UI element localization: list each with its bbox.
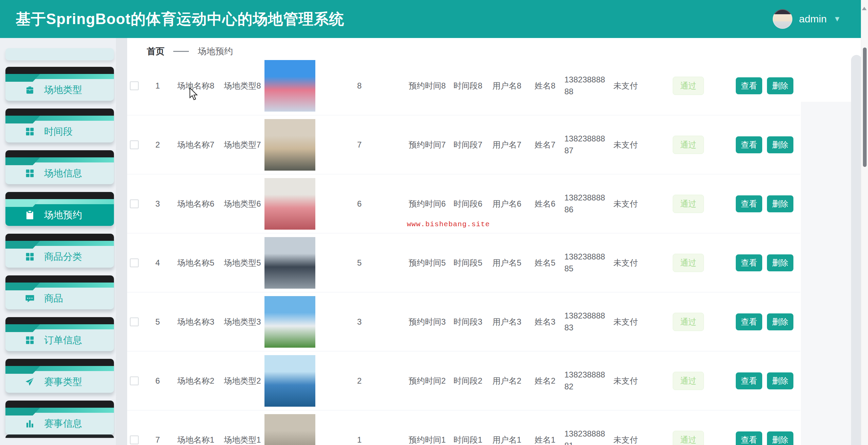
sidebar-item-product-category[interactable]: 商品分类 xyxy=(5,234,114,268)
cell-pay-status: 未支付 xyxy=(610,139,641,150)
menu-card-top-band xyxy=(5,234,114,241)
user-avatar[interactable] xyxy=(773,9,792,29)
approve-button[interactable]: 通过 xyxy=(673,77,704,95)
menu-card-top-band xyxy=(5,150,114,157)
row-checkbox[interactable] xyxy=(130,376,139,385)
cell-venue-name: 场地名称1 xyxy=(170,434,222,445)
sidebar-item-time-slot[interactable]: 时间段 xyxy=(5,109,114,142)
table-row: 6 场地名称2 场地类型2 2 预约时间2 时间段2 用户名2 姓名2 1382… xyxy=(127,351,800,410)
cell-pay-status: 未支付 xyxy=(610,434,641,445)
cell-index: 5 xyxy=(146,317,170,327)
cell-venue-type: 场地类型3 xyxy=(222,316,263,327)
cell-username: 用户名3 xyxy=(483,316,531,327)
approve-button[interactable]: 通过 xyxy=(673,372,704,390)
view-button[interactable]: 查看 xyxy=(736,77,762,94)
cell-venue-name: 场地名称7 xyxy=(170,139,222,150)
cell-time-slot: 时间段5 xyxy=(453,257,483,268)
cell-count: 1 xyxy=(317,435,402,445)
chevron-down-icon[interactable]: ▼ xyxy=(833,15,841,23)
row-checkbox[interactable] xyxy=(130,199,139,208)
venue-photo-3 xyxy=(264,296,315,348)
menu-card-top-band xyxy=(5,317,114,324)
row-checkbox[interactable] xyxy=(130,81,139,90)
cell-username: 用户名6 xyxy=(483,198,531,209)
menu-card-stripe xyxy=(5,408,114,413)
view-button[interactable]: 查看 xyxy=(736,431,762,445)
sidebar-scrollbar[interactable] xyxy=(116,38,127,445)
scrollbar-up-arrow-icon[interactable] xyxy=(862,7,867,10)
cell-phone: 13823888885 xyxy=(565,251,606,275)
delete-button[interactable]: 删除 xyxy=(767,431,793,445)
cell-venue-type: 场地类型8 xyxy=(222,80,263,91)
approve-button[interactable]: 通过 xyxy=(673,195,704,213)
grid-icon xyxy=(24,251,35,262)
sidebar-menu: 场地类型 时间段 场地信息 场地预约 商品分类 xyxy=(0,67,116,434)
table-row: 1 场地名称8 场地类型8 8 预约时间8 时间段8 用户名8 姓名8 1382… xyxy=(127,56,800,115)
watermark-text: www.bishebang.site xyxy=(407,220,490,228)
content-scrollbar[interactable] xyxy=(851,55,862,445)
cell-phone: 13823888882 xyxy=(565,369,606,393)
delete-button[interactable]: 删除 xyxy=(767,372,793,389)
menu-card-top-band xyxy=(5,401,114,408)
page-scrollbar-thumb[interactable] xyxy=(863,47,867,167)
venue-photo-8 xyxy=(264,60,315,112)
row-checkbox[interactable] xyxy=(130,258,139,267)
cell-index: 4 xyxy=(146,258,170,268)
breadcrumb-home[interactable]: 首页 xyxy=(147,45,164,57)
cell-time-slot: 时间段3 xyxy=(453,316,483,327)
view-button[interactable]: 查看 xyxy=(736,136,762,153)
delete-button[interactable]: 删除 xyxy=(767,77,793,94)
cell-phone: 13823888888 xyxy=(565,74,606,98)
cell-reserve-time: 预约时间6 xyxy=(402,198,453,209)
bar-chart-icon xyxy=(24,418,35,429)
breadcrumb-separator xyxy=(173,51,189,52)
chat-icon xyxy=(24,293,35,304)
view-button[interactable]: 查看 xyxy=(736,313,762,330)
sidebar-item-partial-top[interactable] xyxy=(5,48,114,60)
cell-phone: 13823888883 xyxy=(565,310,606,334)
view-button[interactable]: 查看 xyxy=(736,254,762,271)
approve-button[interactable]: 通过 xyxy=(673,254,704,272)
sidebar-item-venue-type[interactable]: 场地类型 xyxy=(5,67,114,101)
menu-card-top-band xyxy=(5,359,114,366)
menu-card-stripe xyxy=(5,324,114,329)
row-checkbox[interactable] xyxy=(130,140,139,149)
approve-button[interactable]: 通过 xyxy=(673,136,704,154)
user-name: admin xyxy=(799,13,827,25)
row-checkbox[interactable] xyxy=(130,317,139,326)
menu-card-top-band xyxy=(5,275,114,283)
delete-button[interactable]: 删除 xyxy=(767,313,793,330)
view-button[interactable]: 查看 xyxy=(736,195,762,212)
cell-pay-status: 未支付 xyxy=(610,316,641,327)
cell-index: 1 xyxy=(146,81,170,91)
cell-count: 3 xyxy=(317,317,402,327)
row-checkbox[interactable] xyxy=(130,436,139,444)
menu-card-stripe xyxy=(5,74,114,79)
clipboard-check-icon xyxy=(24,210,35,220)
delete-button[interactable]: 删除 xyxy=(767,254,793,271)
approve-button[interactable]: 通过 xyxy=(673,431,704,445)
sidebar-item-partial-bottom[interactable] xyxy=(5,434,114,438)
sidebar-item-product[interactable]: 商品 xyxy=(5,275,114,309)
venue-photo-1 xyxy=(264,414,315,445)
delete-button[interactable]: 删除 xyxy=(767,136,793,153)
sidebar-item-order-info[interactable]: 订单信息 xyxy=(5,317,114,351)
sidebar-item-event-info[interactable]: 赛事信息 xyxy=(5,401,114,434)
sidebar-item-event-type[interactable]: 赛事类型 xyxy=(5,359,114,393)
cell-real-name: 姓名2 xyxy=(531,375,559,386)
approve-button[interactable]: 通过 xyxy=(673,313,704,331)
menu-card-top-band xyxy=(5,109,114,116)
sidebar-item-venue-booking[interactable]: 场地预约 xyxy=(5,192,114,226)
breadcrumb: 首页 场地预约 xyxy=(147,45,233,57)
cell-pay-status: 未支付 xyxy=(610,80,641,91)
sidebar-item-venue-info[interactable]: 场地信息 xyxy=(5,150,114,184)
mouse-cursor xyxy=(189,88,198,102)
view-button[interactable]: 查看 xyxy=(736,372,762,389)
cell-count: 7 xyxy=(317,140,402,150)
user-menu[interactable]: admin ▼ xyxy=(773,0,841,38)
briefcase-icon xyxy=(24,84,35,95)
cell-venue-type: 场地类型1 xyxy=(222,434,263,445)
delete-button[interactable]: 删除 xyxy=(767,195,793,212)
table-row: 5 场地名称3 场地类型3 3 预约时间3 时间段3 用户名3 姓名3 1382… xyxy=(127,292,800,351)
venue-photo-2 xyxy=(264,355,315,407)
